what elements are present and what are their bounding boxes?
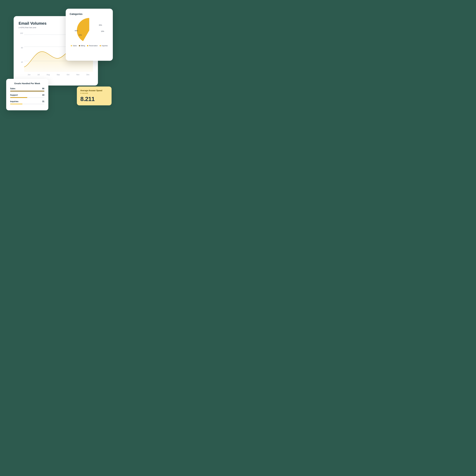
pie-legend-sales: Sales [71,45,77,47]
y-label-100: 100 [18,32,23,34]
y-label-80: 80 [18,47,23,49]
y-label-40: 40 [18,61,23,63]
categories-card: Categories 35% 40% 15% 10% Sales [66,9,113,61]
pie-legend-dot-reservation [87,45,88,46]
email-row-inquiries-bar-bg [10,104,44,104]
x-label-dec: Dec [86,74,89,76]
pie-legend-billing: Billing [79,45,85,47]
pie-legend-inquiries: Inquiries [100,45,108,47]
email-row-inquiries-bar-fill [10,104,22,104]
pie-legend-label-inquiries: Inquiries [102,45,108,47]
answer-speed-card: Average Answer Speed in seconds 8.211 [77,86,112,105]
pie-label-15: 15% [79,34,82,36]
email-row-sales-label: Sales [10,87,15,90]
email-row-inquiries: Inquiries 31 [10,101,44,104]
emails-handled-title: Emails Handled Per Week [10,82,44,85]
x-axis-labels: Jun Jul Aug Sep Oct Nov Dec [24,74,93,76]
pie-legend-dot-sales [71,45,72,46]
speed-title: Average Answer Speed [80,89,108,92]
email-row-support-header: Support 43 [10,94,44,96]
email-row-sales-value: 86 [42,87,44,90]
email-row-support-bar-bg [10,97,44,98]
pie-legend-label-billing: Billing [81,45,85,47]
pie-legend-label-reservation: Reservation [89,45,98,47]
pie-label-35: 35% [99,24,102,26]
pie-legend-reservation: Reservation [87,45,98,47]
x-label-aug: Aug [47,74,50,76]
pie-label-40: 40% [75,30,78,32]
email-row-inquiries-value: 31 [42,101,44,103]
email-row-sales-bar-fill [10,91,44,91]
email-row-support-label: Support [10,94,18,96]
email-row-sales-bar-bg [10,91,44,91]
email-row-sales-header: Sales 86 [10,87,44,90]
speed-subtitle: in seconds [80,92,108,94]
x-label-jul: Jul [37,74,40,76]
pie-labels-overlay: 35% 40% 15% 10% [70,23,109,43]
x-label-nov: Nov [76,74,80,76]
email-row-support-bar-fill [10,97,27,98]
pie-label-10: 10% [101,30,104,32]
x-label-oct: Oct [67,74,69,76]
email-row-support: Support 43 [10,94,44,98]
pie-legend-label-sales: Sales [73,45,77,47]
pie-legend-dot-billing [79,45,80,46]
y-axis: 100 80 40 [18,32,23,79]
email-row-inquiries-header: Inquiries 31 [10,101,44,103]
x-label-jun: Jun [28,74,31,76]
categories-title: Categories [70,13,109,16]
pie-legend: Sales Billing Reservation Inquiries [70,45,109,47]
speed-value: 8.211 [80,96,108,102]
emails-handled-card: Emails Handled Per Week Sales 86 Support… [6,79,48,110]
email-row-inquiries-label: Inquiries [10,101,18,103]
email-row-sales: Sales 86 [10,87,44,91]
x-label-sep: Sep [57,74,60,76]
pie-legend-dot-inquiries [100,45,101,46]
email-row-support-value: 43 [42,94,44,96]
